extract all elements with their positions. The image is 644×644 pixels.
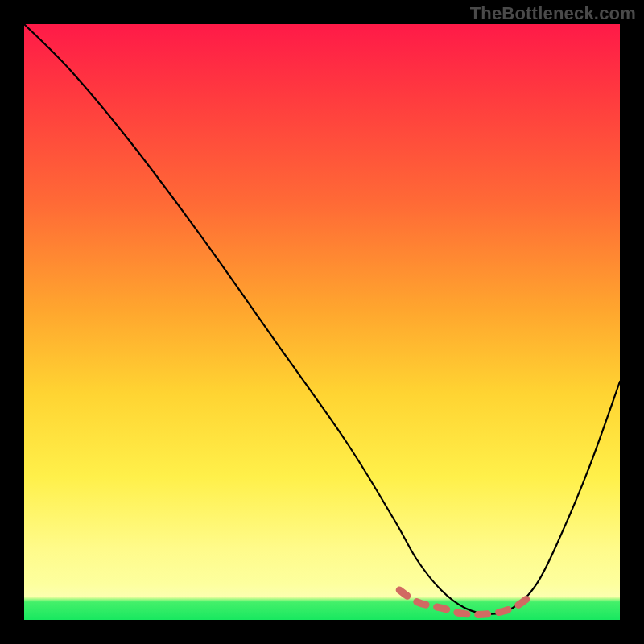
watermark-text: TheBottleneck.com [470, 3, 636, 24]
bottleneck-curve [24, 24, 620, 614]
curve-svg [24, 24, 620, 620]
plot-area [24, 24, 620, 620]
chart-frame: TheBottleneck.com [0, 0, 644, 644]
highlighted-bottom-range [399, 590, 530, 615]
